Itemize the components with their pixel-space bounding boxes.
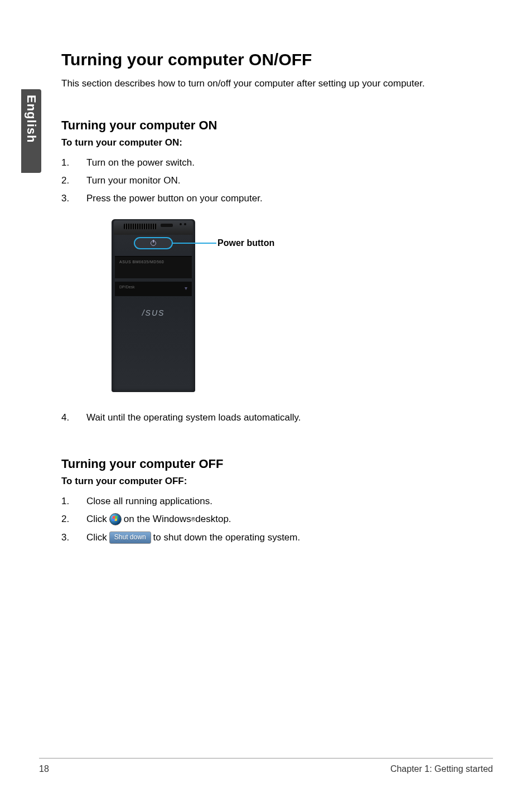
computer-tower-illustration: ASUS BM6635/MD560 DP/Desk ▾ /SUS xyxy=(112,219,195,392)
intro-text: This section describes how to turn on/of… xyxy=(61,77,493,90)
drive-bay-band: DP/Desk ▾ xyxy=(115,282,192,296)
model-label-text: ASUS BM6635/MD560 xyxy=(119,260,164,264)
language-tab-label: English xyxy=(24,95,38,143)
power-button-highlight xyxy=(134,237,173,249)
step-text: Turn your monitor ON. xyxy=(86,172,180,190)
off-heading: Turning your computer OFF xyxy=(61,457,493,471)
step-text: Wait until the operating system loads au… xyxy=(86,409,301,427)
page-title: Turning your computer ON/OFF xyxy=(61,50,493,69)
shut-down-button-icon: Shut down xyxy=(109,532,151,544)
off-lead: To turn your computer OFF: xyxy=(61,476,493,487)
off-step-2: 2. Click on the Windows® desktop. xyxy=(61,510,493,528)
on-heading: Turning your computer ON xyxy=(61,118,493,133)
step-number: 1. xyxy=(61,154,86,172)
asus-logo: /SUS xyxy=(112,308,195,317)
power-button-callout: Power button xyxy=(217,238,274,248)
step-number: 3. xyxy=(61,190,86,207)
step-text-pre: Click xyxy=(86,529,107,547)
callout-leader-line xyxy=(172,243,216,244)
tower-top-panel xyxy=(114,220,193,235)
step-text: Press the power button on your computer. xyxy=(86,190,263,207)
chevron-down-icon: ▾ xyxy=(185,285,187,291)
step-number: 2. xyxy=(61,172,86,190)
page-number: 18 xyxy=(39,764,49,774)
registered-mark: ® xyxy=(191,514,196,525)
on-step-1: 1. Turn on the power switch. xyxy=(61,154,493,172)
chapter-label: Chapter 1: Getting started xyxy=(390,764,493,774)
off-step-3: 3. Click Shut down to shut down the oper… xyxy=(61,529,493,547)
power-icon xyxy=(151,240,156,246)
windows-start-orb-icon xyxy=(109,513,122,525)
drive-bay-text: DP/Desk xyxy=(119,285,135,289)
step-number: 1. xyxy=(61,492,86,510)
step-number: 3. xyxy=(61,529,86,547)
on-step-4: 4. Wait until the operating system loads… xyxy=(61,409,493,427)
off-step-1: 1. Close all running applications. xyxy=(61,492,493,510)
step-text: Turn on the power switch. xyxy=(86,154,195,172)
model-label-band: ASUS BM6635/MD560 xyxy=(115,256,192,278)
top-slot-icon xyxy=(161,224,173,227)
on-lead: To turn your computer ON: xyxy=(61,137,493,148)
computer-figure: ASUS BM6635/MD560 DP/Desk ▾ /SUS Power b… xyxy=(112,219,493,392)
step-text-pre: Click xyxy=(86,510,107,528)
page-footer: 18 Chapter 1: Getting started xyxy=(39,758,493,774)
step-text-post: to shut down the operating system. xyxy=(153,529,301,547)
step-text-post-a: on the Windows xyxy=(124,510,191,528)
step-text-post-b: desktop. xyxy=(195,510,231,528)
step-number: 4. xyxy=(61,409,86,427)
step-text: Close all running applications. xyxy=(86,492,212,510)
top-dots-icon xyxy=(180,223,186,225)
on-step-2: 2. Turn your monitor ON. xyxy=(61,172,493,190)
language-tab: English xyxy=(21,89,41,173)
top-grill-icon xyxy=(124,224,157,229)
on-step-3: 3. Press the power button on your comput… xyxy=(61,190,493,207)
step-number: 2. xyxy=(61,510,86,528)
